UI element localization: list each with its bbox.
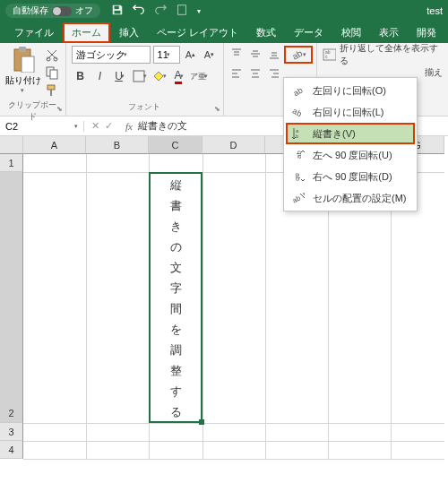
orientation-button[interactable]: ab ▾ xyxy=(284,46,313,64)
tab-insert[interactable]: 挿入 xyxy=(110,22,148,43)
phonetic-button[interactable]: ア亜▾ xyxy=(190,67,208,85)
menu-vertical-text[interactable]: ab 縦書き(V) xyxy=(286,123,415,144)
format-cells-icon: ab xyxy=(291,191,306,205)
cell-c2-text: 縦書きの文字間を調整する xyxy=(151,174,201,421)
title-bar: 自動保存 オフ ▾ test xyxy=(0,0,448,22)
tab-home[interactable]: ホーム xyxy=(63,22,110,43)
align-right-icon[interactable] xyxy=(265,65,283,82)
format-painter-icon[interactable] xyxy=(45,83,59,99)
orientation-icon: ab xyxy=(290,48,303,61)
clipboard-group-label: クリップボード xyxy=(5,99,60,125)
svg-text:ab: ab xyxy=(292,107,303,118)
tab-data[interactable]: データ xyxy=(285,22,332,43)
row-header-3[interactable]: 3 xyxy=(0,423,23,441)
align-center-icon[interactable] xyxy=(246,65,264,82)
chevron-down-icon: ▾ xyxy=(74,123,78,130)
align-bottom-icon[interactable] xyxy=(265,46,283,62)
save-icon[interactable] xyxy=(111,4,124,18)
col-header-d[interactable]: D xyxy=(202,136,265,154)
tab-review[interactable]: 校閲 xyxy=(332,22,370,43)
window-title: test xyxy=(426,5,443,16)
vertical-text-icon: ab xyxy=(291,126,306,141)
svg-rect-1 xyxy=(115,11,121,14)
menu-format-cells[interactable]: ab セルの配置の設定(M) xyxy=(286,187,415,209)
menu-rotate-up[interactable]: ab 左へ 90 度回転(U) xyxy=(286,144,415,166)
col-header-a[interactable]: A xyxy=(23,136,86,154)
tab-file[interactable]: ファイル xyxy=(5,22,63,43)
paste-button[interactable]: 貼り付け ▾ xyxy=(5,46,41,99)
ribbon-tabs: ファイル ホーム 挿入 ページ レイアウト 数式 データ 校閲 表示 開発 xyxy=(0,22,448,43)
merge-label: 揃え xyxy=(425,66,443,79)
fx-icon[interactable]: fx xyxy=(120,121,138,132)
wrap-icon: abc xyxy=(323,48,336,61)
svg-rect-4 xyxy=(19,47,26,52)
border-button[interactable]: ▾ xyxy=(131,67,149,85)
menu-rotate-down[interactable]: ab 右へ 90 度回転(D) xyxy=(286,166,415,187)
decrease-font-icon[interactable]: A▾ xyxy=(202,47,218,63)
svg-rect-2 xyxy=(178,5,186,15)
row-header-4[interactable]: 4 xyxy=(0,441,23,459)
svg-rect-10 xyxy=(47,85,55,90)
cancel-icon[interactable]: ✕ xyxy=(91,120,99,132)
orientation-menu: ab 左回りに回転(O) ab 右回りに回転(L) ab 縦書き(V) ab 左… xyxy=(283,77,418,211)
col-header-c[interactable]: C xyxy=(149,136,202,154)
toggle-icon xyxy=(52,6,72,16)
svg-rect-0 xyxy=(115,6,119,10)
svg-rect-9 xyxy=(50,70,57,79)
align-middle-icon[interactable] xyxy=(246,46,264,62)
formula-input[interactable]: 縦書きの文 xyxy=(138,119,187,133)
svg-text:b: b xyxy=(296,134,299,139)
redo-icon[interactable] xyxy=(154,4,167,18)
row-header-1[interactable]: 1 xyxy=(0,154,23,172)
font-size-select[interactable]: 11▾ xyxy=(153,46,180,64)
group-font: 游ゴシック▾ 11▾ A▴ A▾ B I U▾ ▾ ▾ A▾ ア亜▾ フォント … xyxy=(66,43,224,116)
row-header-2[interactable]: 2 xyxy=(0,172,23,423)
chevron-down-icon: ▾ xyxy=(303,51,306,58)
underline-button[interactable]: U▾ xyxy=(111,67,129,85)
tab-view[interactable]: 表示 xyxy=(370,22,408,43)
tab-pagelayout[interactable]: ページ レイアウト xyxy=(148,22,247,43)
cut-icon[interactable] xyxy=(45,47,59,64)
enter-icon[interactable]: ✓ xyxy=(105,120,113,132)
italic-button[interactable]: I xyxy=(91,67,109,85)
paste-icon xyxy=(11,46,36,73)
qat-customize-icon[interactable] xyxy=(176,4,188,18)
dialog-launcher-icon[interactable]: ⬊ xyxy=(214,105,220,113)
select-all-corner[interactable] xyxy=(0,136,23,154)
increase-font-icon[interactable]: A▴ xyxy=(183,47,199,63)
qat-dropdown-icon[interactable]: ▾ xyxy=(197,7,201,15)
font-name-select[interactable]: 游ゴシック▾ xyxy=(72,46,151,64)
menu-rotate-cw[interactable]: ab 右回りに回転(L) xyxy=(286,101,415,123)
svg-rect-11 xyxy=(50,90,52,96)
rotate-down-icon: ab xyxy=(291,169,306,184)
chevron-down-icon: ▾ xyxy=(21,87,24,94)
tab-formulas[interactable]: 数式 xyxy=(247,22,285,43)
autosave-state: オフ xyxy=(75,4,93,17)
paste-label: 貼り付け xyxy=(5,74,41,87)
autosave-toggle[interactable]: 自動保存 オフ xyxy=(5,4,100,18)
align-left-icon[interactable] xyxy=(228,65,246,82)
col-header-b[interactable]: B xyxy=(86,136,149,154)
rotate-ccw-icon: ab xyxy=(291,83,306,98)
svg-text:ab: ab xyxy=(292,194,302,204)
align-top-icon[interactable] xyxy=(228,46,246,62)
tab-developer[interactable]: 開発 xyxy=(408,22,445,43)
font-group-label: フォント xyxy=(72,101,218,115)
menu-rotate-ccw[interactable]: ab 左回りに回転(O) xyxy=(286,80,415,101)
dialog-launcher-icon[interactable]: ⬊ xyxy=(56,105,63,113)
quick-access-toolbar: ▾ xyxy=(111,4,201,18)
fill-color-button[interactable]: ▾ xyxy=(151,67,168,85)
font-color-button[interactable]: A▾ xyxy=(170,67,188,85)
svg-text:ab: ab xyxy=(294,173,302,181)
copy-icon[interactable] xyxy=(45,65,59,82)
autosave-label: 自動保存 xyxy=(13,4,48,17)
rotate-cw-icon: ab xyxy=(291,105,306,119)
formula-buttons: ✕ ✓ xyxy=(84,120,120,132)
group-clipboard: 貼り付け ▾ クリップボード ⬊ xyxy=(0,43,66,116)
wrap-text-button[interactable]: abc 折り返して全体を表示する xyxy=(323,46,443,64)
svg-text:ab: ab xyxy=(292,86,304,97)
undo-icon[interactable] xyxy=(133,4,145,18)
rotate-up-icon: ab xyxy=(291,148,306,162)
bold-button[interactable]: B xyxy=(72,67,90,85)
active-cell-c2[interactable]: 縦書きの文字間を調整する xyxy=(149,172,202,423)
